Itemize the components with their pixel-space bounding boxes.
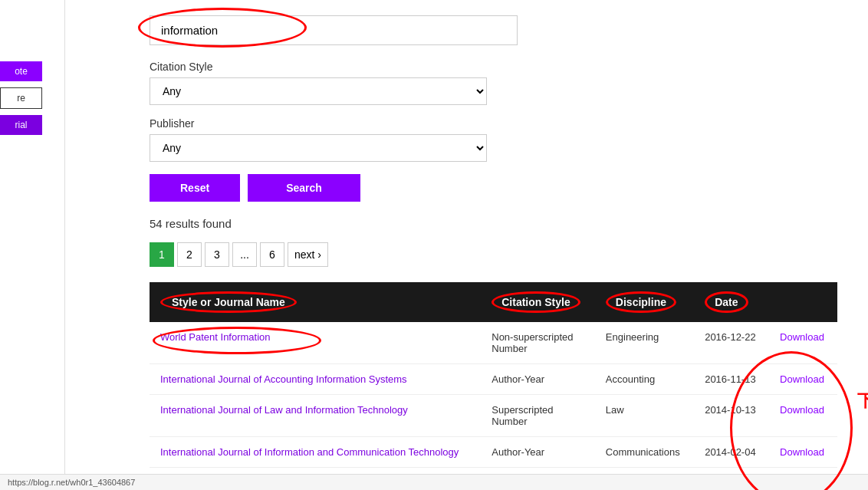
col-download-header bbox=[769, 282, 837, 322]
col-name-oval: Style or Journal Name bbox=[160, 291, 297, 313]
download-cell-4: Download bbox=[769, 437, 837, 468]
world-patent-link[interactable]: World Patent Information bbox=[160, 331, 271, 343]
sidebar-btn-rial[interactable]: rial bbox=[0, 115, 42, 135]
download-link-4[interactable]: Download bbox=[780, 446, 824, 458]
table-row: International Journal of Information and… bbox=[150, 437, 837, 468]
col-citation-oval: Citation Style bbox=[492, 291, 580, 313]
table-row: International Journal of Law and Informa… bbox=[150, 395, 837, 437]
header-row: Style or Journal Name Citation Style Dis… bbox=[150, 282, 837, 322]
date-cell: 2016-12-22 bbox=[694, 322, 769, 364]
discipline-cell: Accounting bbox=[595, 364, 694, 395]
journal-name-cell: World Patent Information bbox=[150, 322, 481, 364]
journal-name-cell: International Journal of Accounting Info… bbox=[150, 364, 481, 395]
col-date: Date bbox=[694, 282, 769, 322]
download-cell: Download bbox=[769, 322, 837, 364]
date-cell: 2014-02-04 bbox=[694, 437, 769, 468]
table-body: World Patent Information Non-superscript… bbox=[150, 322, 837, 468]
publisher-select[interactable]: Any bbox=[150, 134, 487, 162]
search-input[interactable]: information bbox=[150, 15, 518, 45]
sidebar: ote re rial bbox=[0, 0, 65, 490]
discipline-cell: Engineering bbox=[595, 322, 694, 364]
btn-row: Reset Search bbox=[150, 174, 837, 202]
col-date-oval: Date bbox=[705, 291, 748, 313]
results-table: Style or Journal Name Citation Style Dis… bbox=[150, 282, 837, 468]
intl-ict-link[interactable]: International Journal of Information and… bbox=[160, 446, 459, 458]
results-count: 54 results found bbox=[150, 217, 837, 230]
date-cell: 2016-11-13 bbox=[694, 364, 769, 395]
citation-style-cell: Author-Year bbox=[481, 364, 595, 395]
col-discipline: Discipline bbox=[595, 282, 694, 322]
publisher-label: Publisher bbox=[150, 117, 837, 130]
url-bar: https://blog.r.net/wh0r1_43604867 bbox=[0, 474, 868, 490]
page-ellipsis-btn: ... bbox=[232, 242, 257, 267]
citation-style-cell: SuperscriptedNumber bbox=[481, 395, 595, 437]
search-section: information bbox=[150, 15, 837, 45]
download-cell-3: Download bbox=[769, 395, 837, 437]
discipline-cell: Law bbox=[595, 395, 694, 437]
page-3-btn[interactable]: 3 bbox=[205, 242, 229, 267]
page-1-btn[interactable]: 1 bbox=[150, 242, 174, 267]
date-cell: 2014-10-13 bbox=[694, 395, 769, 437]
download-link-1[interactable]: Download bbox=[780, 331, 824, 343]
download-link-3[interactable]: Download bbox=[780, 404, 824, 416]
download-cell-2: Download bbox=[769, 364, 837, 395]
journal-name-cell: International Journal of Law and Informa… bbox=[150, 395, 481, 437]
col-citation-style: Citation Style bbox=[481, 282, 595, 322]
main-content: information Citation Style Any Author-Ye… bbox=[65, 0, 868, 490]
table-container: Style or Journal Name Citation Style Dis… bbox=[150, 282, 837, 468]
discipline-cell: Communications bbox=[595, 437, 694, 468]
page-next-btn[interactable]: next › bbox=[288, 242, 328, 267]
col-discipline-oval: Discipline bbox=[606, 291, 676, 313]
sidebar-btn-re[interactable]: re bbox=[0, 87, 42, 109]
intl-accounting-link[interactable]: International Journal of Accounting Info… bbox=[160, 373, 407, 385]
pagination: 1 2 3 ... 6 next › bbox=[150, 242, 837, 267]
page-2-btn[interactable]: 2 bbox=[177, 242, 202, 267]
citation-style-select[interactable]: Any Author-Year Superscripted Number Non… bbox=[150, 77, 487, 105]
world-patent-container: World Patent Information bbox=[160, 331, 271, 343]
sidebar-btn-note[interactable]: ote bbox=[0, 61, 42, 81]
journal-name-cell: International Journal of Information and… bbox=[150, 437, 481, 468]
page-6-btn[interactable]: 6 bbox=[260, 242, 284, 267]
citation-style-filter: Citation Style Any Author-Year Superscri… bbox=[150, 61, 837, 105]
page-wrapper: ote re rial information Citation Style A… bbox=[0, 0, 868, 490]
table-row: World Patent Information Non-superscript… bbox=[150, 322, 837, 364]
citation-style-cell: Author-Year bbox=[481, 437, 595, 468]
chinese-download-label: 下载 bbox=[857, 390, 868, 413]
reset-button[interactable]: Reset bbox=[150, 174, 240, 202]
download-link-2[interactable]: Download bbox=[780, 373, 824, 385]
search-button[interactable]: Search bbox=[248, 174, 360, 202]
intl-law-link[interactable]: International Journal of Law and Informa… bbox=[160, 404, 408, 416]
col-style-journal-name: Style or Journal Name bbox=[150, 282, 481, 322]
table-header: Style or Journal Name Citation Style Dis… bbox=[150, 282, 837, 322]
citation-style-label: Citation Style bbox=[150, 61, 837, 73]
table-row: International Journal of Accounting Info… bbox=[150, 364, 837, 395]
citation-style-cell: Non-superscriptedNumber bbox=[481, 322, 595, 364]
publisher-filter: Publisher Any bbox=[150, 117, 837, 162]
